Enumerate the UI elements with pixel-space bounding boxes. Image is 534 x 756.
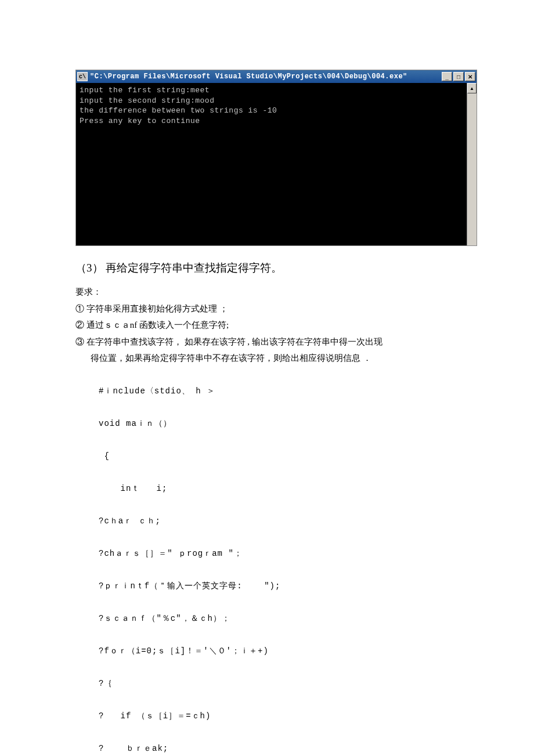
requirements-label: 要求： — [75, 284, 459, 301]
scroll-track[interactable] — [467, 93, 477, 245]
code-line: ?fｏｒ（i=0;ｓ［i]！＝'＼０'；ｉ＋+) — [99, 643, 459, 659]
code-line: ?ｐｒｉnｔf（＂输入一个英文字母: "); — [99, 578, 459, 594]
document-page: c\ "C:\Program Files\Microsoft Visual St… — [0, 0, 534, 756]
code-line: ?｛ — [99, 675, 459, 692]
code-line: ? ｂｒｅak; — [99, 740, 459, 757]
requirements-block: 要求： ① 字符串采用直接初始化得方式处理 ； ② 通过ｓｃａnf 函数读入一个… — [75, 284, 459, 367]
code-line: ?ｓｃａｎｆ（"％c"，＆ｃh）； — [99, 610, 459, 627]
cmd-icon: c\ — [77, 72, 88, 81]
requirement-3a: ③ 在字符串中查找该字符， 如果存在该字符 , 输出该字符在字符串中得一次出现 — [75, 334, 459, 350]
window-titlebar: c\ "C:\Program Files\Microsoft Visual St… — [76, 70, 477, 83]
window-title: "C:\Program Files\Microsoft Visual Studi… — [90, 73, 442, 81]
requirement-3b: 得位置，如果再给定得字符串中不存在该字符，则给出相应得说明信息 ． — [75, 350, 459, 367]
console-output: input the first string:meetinput the sec… — [76, 83, 467, 245]
console-window: c\ "C:\Program Files\Microsoft Visual St… — [75, 70, 477, 246]
code-listing: #ｉnclude〈stdio、 h ＞ void maｉｎ（） { inｔ i;… — [75, 367, 459, 757]
code-line: #ｉnclude〈stdio、 h ＞ — [99, 383, 459, 399]
maximize-button[interactable]: □ — [453, 72, 464, 81]
scrollbar[interactable]: ▲ — [467, 83, 477, 245]
close-button[interactable]: ✕ — [465, 72, 475, 81]
code-line: inｔ i; — [99, 480, 459, 497]
console-line: input the second string:mood — [80, 96, 463, 106]
console-line: the difference between two strings is -1… — [80, 106, 463, 116]
code-line: ?chａｒｓ［］＝" ｐrogｒam "； — [99, 545, 459, 562]
code-line: void maｉｎ（） — [99, 415, 459, 432]
minimize-button[interactable]: _ — [442, 72, 452, 81]
scroll-up-icon[interactable]: ▲ — [467, 83, 477, 93]
window-controls: _ □ ✕ — [442, 72, 475, 81]
requirement-2: ② 通过ｓｃａnf 函数读入一个任意字符; — [75, 317, 459, 334]
requirement-1: ① 字符串采用直接初始化得方式处理 ； — [75, 301, 459, 317]
code-line: ? if （ｓ［i］＝=ｃh) — [99, 708, 459, 724]
code-line: { — [99, 448, 459, 464]
section-heading: （3） 再给定得字符串中查找指定得字符。 — [75, 261, 459, 276]
console-line: Press any key to continue — [80, 116, 463, 126]
console-line: input the first string:meet — [80, 85, 463, 96]
code-line: ?cｈaｒ ｃｈ; — [99, 513, 459, 529]
console-body: input the first string:meetinput the sec… — [76, 83, 477, 245]
